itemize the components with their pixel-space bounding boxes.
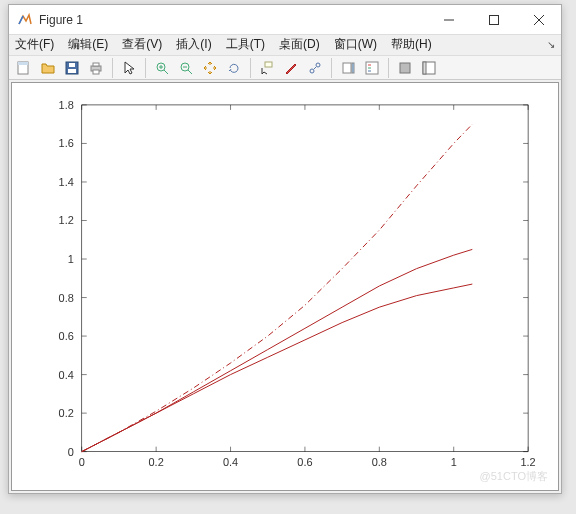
show-tools-button[interactable] [418, 57, 440, 79]
svg-rect-23 [343, 63, 351, 73]
svg-text:0.8: 0.8 [59, 292, 74, 304]
toolbar-separator [388, 58, 389, 78]
menu-insert[interactable]: 插入(I) [176, 36, 211, 53]
menu-view[interactable]: 查看(V) [122, 36, 162, 53]
figure-window: Figure 1 文件(F) 编辑(E) 查看(V) 插入(I) 工具(T) 桌… [8, 4, 562, 494]
svg-rect-24 [352, 63, 354, 73]
save-button[interactable] [61, 57, 83, 79]
print-button[interactable] [85, 57, 107, 79]
svg-rect-5 [18, 62, 28, 65]
zoom-in-button[interactable] [151, 57, 173, 79]
svg-text:0.8: 0.8 [372, 456, 387, 468]
rotate-button[interactable] [223, 57, 245, 79]
svg-rect-19 [265, 62, 272, 67]
svg-rect-29 [400, 63, 410, 73]
title-bar: Figure 1 [9, 5, 561, 35]
toolbar [9, 55, 561, 81]
toolbar-separator [331, 58, 332, 78]
svg-rect-11 [93, 70, 99, 74]
svg-point-20 [310, 69, 314, 73]
svg-line-17 [188, 70, 192, 74]
svg-rect-31 [423, 62, 426, 74]
svg-text:1.6: 1.6 [59, 138, 74, 150]
svg-line-13 [164, 70, 168, 74]
svg-text:1.2: 1.2 [59, 215, 74, 227]
chart-svg: 00.20.40.60.811.200.20.40.60.811.21.41.6… [12, 83, 558, 490]
svg-text:1.8: 1.8 [59, 99, 74, 111]
svg-text:0.4: 0.4 [223, 456, 238, 468]
watermark: @51CTO博客 [480, 469, 548, 484]
close-button[interactable] [516, 5, 561, 35]
menu-overflow-icon[interactable]: ↘ [547, 39, 555, 50]
svg-rect-1 [489, 15, 498, 24]
toolbar-separator [145, 58, 146, 78]
svg-text:0.2: 0.2 [149, 456, 164, 468]
svg-rect-10 [93, 63, 99, 66]
svg-text:0: 0 [68, 446, 74, 458]
toolbar-separator [250, 58, 251, 78]
zoom-out-button[interactable] [175, 57, 197, 79]
menu-bar: 文件(F) 编辑(E) 查看(V) 插入(I) 工具(T) 桌面(D) 窗口(W… [9, 35, 561, 55]
menu-desktop[interactable]: 桌面(D) [279, 36, 320, 53]
menu-file[interactable]: 文件(F) [15, 36, 54, 53]
minimize-button[interactable] [426, 5, 471, 35]
svg-rect-7 [68, 69, 76, 73]
svg-rect-32 [82, 105, 528, 452]
brush-button[interactable] [280, 57, 302, 79]
colorbar-button[interactable] [337, 57, 359, 79]
svg-text:1: 1 [68, 253, 74, 265]
matlab-icon [17, 12, 33, 28]
svg-point-21 [316, 63, 320, 67]
maximize-button[interactable] [471, 5, 516, 35]
svg-text:0.4: 0.4 [59, 369, 74, 381]
menu-edit[interactable]: 编辑(E) [68, 36, 108, 53]
svg-text:0.6: 0.6 [59, 331, 74, 343]
svg-text:1.4: 1.4 [59, 176, 74, 188]
menu-window[interactable]: 窗口(W) [334, 36, 377, 53]
link-button[interactable] [304, 57, 326, 79]
menu-tools[interactable]: 工具(T) [226, 36, 265, 53]
menu-help[interactable]: 帮助(H) [391, 36, 432, 53]
svg-text:0.6: 0.6 [297, 456, 312, 468]
plot-area[interactable]: 00.20.40.60.811.200.20.40.60.811.21.41.6… [11, 82, 559, 491]
svg-rect-8 [69, 63, 75, 67]
data-cursor-button[interactable] [256, 57, 278, 79]
window-buttons [426, 5, 561, 35]
svg-text:1: 1 [451, 456, 457, 468]
toolbar-separator [112, 58, 113, 78]
svg-text:1.2: 1.2 [521, 456, 536, 468]
legend-button[interactable] [361, 57, 383, 79]
svg-text:0: 0 [79, 456, 85, 468]
open-button[interactable] [37, 57, 59, 79]
hide-tools-button[interactable] [394, 57, 416, 79]
svg-line-22 [314, 67, 316, 69]
pan-button[interactable] [199, 57, 221, 79]
window-title: Figure 1 [39, 13, 426, 27]
new-figure-button[interactable] [13, 57, 35, 79]
pointer-button[interactable] [118, 57, 140, 79]
svg-text:0.2: 0.2 [59, 408, 74, 420]
svg-rect-25 [366, 62, 378, 74]
